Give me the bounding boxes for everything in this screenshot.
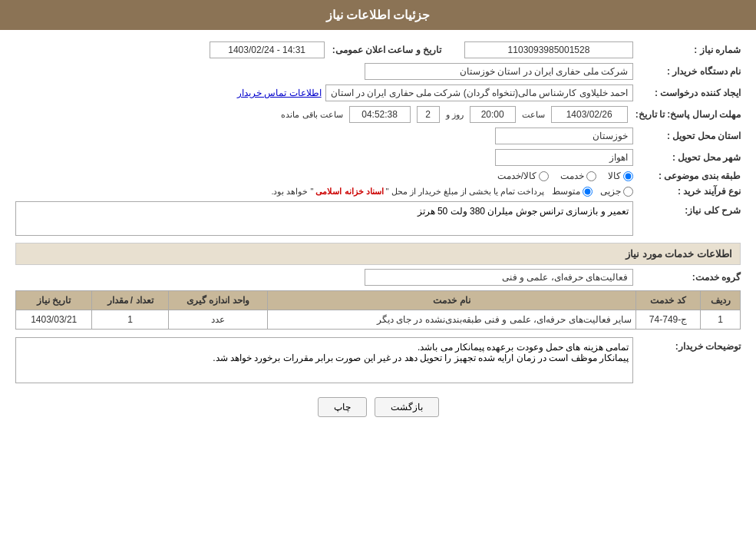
col-header-qty: تعداد / مقدار — [92, 291, 168, 310]
process-group: جزیی متوسط پرداخت تمام یا بخشی از مبلغ خ… — [271, 186, 633, 197]
buyer-org-label: نام دستگاه خریدار : — [633, 66, 741, 77]
city-value: اهواز — [495, 149, 633, 166]
category-kala-khedmat[interactable]: کالا/خدمت — [497, 171, 549, 181]
process-jozii[interactable]: جزیی — [600, 186, 633, 197]
deadline-remaining-label: ساعت باقی مانده — [281, 110, 342, 120]
process-motavasset[interactable]: متوسط — [552, 186, 593, 197]
buyer-org-value: شرکت ملی حفاری ایران در استان خوزستان — [365, 63, 633, 80]
deadline-days: 2 — [417, 106, 440, 123]
category-khedmat[interactable]: خدمت — [560, 171, 596, 181]
buyer-notes-label: توضیحات خریدار: — [633, 337, 741, 352]
creator-label: ایجاد کننده درخواست : — [633, 88, 741, 98]
need-number-label: شماره نیاز : — [633, 45, 741, 55]
col-header-name: نام خدمت — [268, 291, 636, 310]
page-title: جزئیات اطلاعات نیاز — [326, 8, 431, 22]
province-value: خوزستان — [495, 128, 633, 144]
print-button[interactable]: چاپ — [318, 397, 367, 417]
announce-value: 1403/02/24 - 14:31 — [210, 41, 325, 58]
creator-contact-link[interactable]: اطلاعات تماس خریدار — [237, 88, 322, 98]
service-group-value: فعالیت‌های حرفه‌ای، علمی و فنی — [365, 269, 633, 286]
back-button[interactable]: بازگشت — [375, 397, 439, 417]
button-row: بازگشت چاپ — [15, 397, 741, 417]
deadline-day-label: روز و — [446, 110, 464, 120]
province-label: استان محل تحویل : — [633, 131, 741, 141]
deadline-remaining: 04:52:38 — [349, 106, 411, 123]
process-note: پرداخت تمام یا بخشی از مبلغ خریدار از مح… — [271, 187, 544, 197]
buyer-notes-textarea[interactable] — [15, 337, 633, 383]
category-group: کالا خدمت کالا/خدمت — [497, 171, 633, 181]
services-table: ردیف کد خدمت نام خدمت واحد اندازه گیری ت… — [15, 290, 741, 330]
description-label: شرح کلی نیاز: — [633, 201, 741, 216]
city-label: شهر محل تحویل : — [633, 152, 741, 163]
announce-label: تاریخ و ساعت اعلان عمومی: — [325, 45, 441, 55]
category-label: طبقه بندی موضوعی : — [633, 171, 741, 181]
services-section-title: اطلاعات خدمات مورد نیاز — [15, 243, 741, 265]
category-kala[interactable]: کالا — [608, 171, 633, 181]
table-row: 1 ج-749-74 سایر فعالیت‌های حرفه‌ای، علمی… — [16, 310, 741, 330]
description-textarea[interactable] — [15, 201, 633, 236]
col-header-row: ردیف — [701, 291, 741, 310]
page-header: جزئیات اطلاعات نیاز — [0, 0, 756, 30]
process-label: نوع فرآیند خرید : — [633, 186, 741, 197]
deadline-time-label: ساعت — [522, 110, 545, 120]
col-header-code: کد خدمت — [636, 291, 700, 310]
service-group-label: گروه خدمت: — [633, 272, 741, 283]
deadline-time: 20:00 — [470, 106, 516, 123]
deadline-date: 1403/02/26 — [551, 106, 628, 123]
col-header-unit: واحد اندازه گیری — [168, 291, 268, 310]
col-header-date: تاریخ نیاز — [16, 291, 92, 310]
deadline-label: مهلت ارسال پاسخ: تا تاریخ: — [628, 109, 741, 120]
need-number-value: 1103093985001528 — [464, 41, 633, 58]
creator-value: احمد خلیلاوی کارشناس مالی(تنخواه گردان) … — [325, 84, 633, 101]
